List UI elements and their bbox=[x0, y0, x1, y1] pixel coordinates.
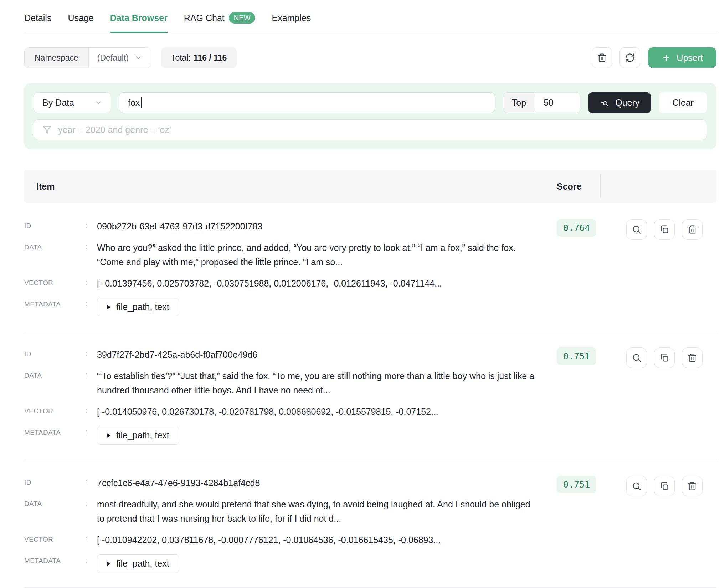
id-field: ID: 39d7f27f-2bd7-425a-ab6d-f0af700e49d6 bbox=[24, 347, 557, 362]
metadata-keys: file_path, text bbox=[116, 558, 169, 569]
total-value: 116 / 116 bbox=[194, 53, 227, 63]
score-cell: 0.751 bbox=[557, 476, 626, 573]
tab-data-browser[interactable]: Data Browser bbox=[110, 13, 168, 33]
data-field: DATA: Who are you?” asked the little pri… bbox=[24, 241, 557, 269]
vector-value: [ -0.010942202, 0.037811678, -0.00077761… bbox=[97, 533, 441, 547]
results-table: Item Score ID: 090b272b-63ef-4763-97d3-d… bbox=[24, 170, 716, 588]
copy-row-button[interactable] bbox=[654, 476, 675, 496]
search-value: fox bbox=[128, 98, 140, 108]
id-label: ID bbox=[24, 476, 86, 486]
upsert-label: Upsert bbox=[677, 53, 703, 63]
tab-usage[interactable]: Usage bbox=[68, 13, 93, 33]
metadata-label: METADATA bbox=[24, 426, 86, 437]
query-panel: By Data fox Top 50 Query Clear bbox=[24, 83, 716, 149]
expand-triangle-icon bbox=[107, 305, 110, 310]
metadata-expand-button[interactable]: file_path, text bbox=[97, 298, 179, 316]
table-header: Item Score bbox=[24, 170, 716, 203]
data-field: DATA: most dreadfully, and she would pre… bbox=[24, 497, 557, 526]
copy-row-button[interactable] bbox=[654, 219, 675, 240]
tab-details[interactable]: Details bbox=[24, 13, 51, 33]
chevron-down-icon bbox=[134, 54, 142, 62]
tab-rag-chat[interactable]: RAG Chat NEW bbox=[184, 12, 256, 33]
top-k-input[interactable]: 50 bbox=[535, 93, 580, 113]
upsert-button[interactable]: Upsert bbox=[648, 47, 716, 68]
filter-funnel-icon bbox=[42, 125, 52, 134]
list-search-icon bbox=[600, 98, 610, 108]
trash-icon bbox=[597, 53, 607, 63]
score-badge: 0.764 bbox=[557, 219, 596, 237]
toolbar: Namespace (Default) Total: 116 / 116 Ups… bbox=[24, 47, 716, 68]
row-actions bbox=[626, 219, 716, 316]
metadata-expand-button[interactable]: file_path, text bbox=[97, 554, 179, 573]
inspect-row-button[interactable] bbox=[626, 219, 647, 240]
data-value: Who are you?” asked the little prince, a… bbox=[97, 241, 535, 269]
inspect-row-button[interactable] bbox=[626, 347, 647, 368]
metadata-field: METADATA: file_path, text bbox=[24, 554, 557, 573]
top-label: Top bbox=[503, 93, 535, 113]
refresh-button[interactable] bbox=[619, 47, 640, 68]
metadata-label: METADATA bbox=[24, 298, 86, 308]
query-mode-select[interactable]: By Data bbox=[34, 92, 111, 113]
expand-triangle-icon bbox=[107, 561, 110, 566]
vector-label: VECTOR bbox=[24, 404, 86, 415]
id-value: 39d7f27f-2bd7-425a-ab6d-f0af700e49d6 bbox=[97, 347, 257, 362]
query-button-label: Query bbox=[615, 98, 639, 108]
namespace-dropdown[interactable]: (Default) bbox=[89, 48, 151, 68]
id-label: ID bbox=[24, 219, 86, 230]
refresh-icon bbox=[625, 53, 635, 63]
delete-row-button[interactable] bbox=[682, 219, 703, 240]
data-value: most dreadfully, and she would pretend t… bbox=[97, 497, 535, 526]
id-value: 090b272b-63ef-4763-97d3-d7152200f783 bbox=[97, 219, 262, 233]
vector-field: VECTOR: [ -0.010942202, 0.037811678, -0.… bbox=[24, 533, 557, 547]
id-field: ID: 7ccfc1c6-e4a7-47e6-9193-4284b1af4cd8 bbox=[24, 476, 557, 490]
data-label: DATA bbox=[24, 369, 86, 380]
clear-button[interactable]: Clear bbox=[659, 92, 707, 113]
delete-namespace-button[interactable] bbox=[592, 47, 612, 68]
search-icon bbox=[632, 353, 642, 363]
namespace-selector: Namespace (Default) bbox=[24, 47, 151, 68]
tab-examples[interactable]: Examples bbox=[272, 13, 311, 33]
tab-label: Examples bbox=[272, 13, 311, 23]
top-k-control: Top 50 bbox=[503, 92, 580, 113]
chevron-down-icon bbox=[94, 99, 102, 107]
vector-field: VECTOR: [ -0.014050976, 0.026730178, -0.… bbox=[24, 404, 557, 419]
search-input[interactable]: fox bbox=[119, 92, 495, 113]
metadata-expand-button[interactable]: file_path, text bbox=[97, 426, 179, 445]
query-button[interactable]: Query bbox=[588, 92, 651, 113]
vector-label: VECTOR bbox=[24, 276, 86, 287]
vector-field: VECTOR: [ -0.01397456, 0.025703782, -0.0… bbox=[24, 276, 557, 290]
tab-label: Usage bbox=[68, 13, 93, 23]
data-browser-page: Details Usage Data Browser RAG Chat NEW … bbox=[0, 0, 725, 588]
column-header-item: Item bbox=[24, 181, 557, 192]
id-field: ID: 090b272b-63ef-4763-97d3-d7152200f783 bbox=[24, 219, 557, 233]
copy-icon bbox=[659, 481, 669, 491]
text-caret bbox=[141, 97, 142, 108]
total-label: Total: bbox=[171, 53, 191, 63]
data-label: DATA bbox=[24, 241, 86, 251]
id-label: ID bbox=[24, 347, 86, 358]
delete-row-button[interactable] bbox=[682, 347, 703, 368]
query-mode-value: By Data bbox=[42, 98, 74, 108]
total-count: Total: 116 / 116 bbox=[161, 47, 237, 68]
tab-label: RAG Chat bbox=[184, 13, 225, 23]
vector-value: [ -0.014050976, 0.026730178, -0.02078179… bbox=[97, 404, 438, 419]
new-badge: NEW bbox=[229, 12, 256, 24]
search-icon bbox=[632, 225, 642, 234]
delete-row-button[interactable] bbox=[682, 476, 703, 496]
copy-row-button[interactable] bbox=[654, 347, 675, 368]
filter-input-wrapper bbox=[34, 119, 707, 140]
score-cell: 0.751 bbox=[557, 347, 626, 445]
vector-label: VECTOR bbox=[24, 533, 86, 543]
data-label: DATA bbox=[24, 497, 86, 508]
column-header-score: Score bbox=[557, 181, 626, 192]
vector-value: [ -0.01397456, 0.025703782, -0.030751988… bbox=[97, 276, 442, 290]
table-row: ID: 39d7f27f-2bd7-425a-ab6d-f0af700e49d6… bbox=[24, 331, 716, 459]
row-actions bbox=[626, 347, 716, 445]
tab-bar: Details Usage Data Browser RAG Chat NEW … bbox=[24, 0, 716, 33]
filter-input[interactable] bbox=[58, 125, 698, 135]
id-value: 7ccfc1c6-e4a7-47e6-9193-4284b1af4cd8 bbox=[97, 476, 260, 490]
inspect-row-button[interactable] bbox=[626, 476, 647, 496]
score-cell: 0.764 bbox=[557, 219, 626, 316]
metadata-field: METADATA: file_path, text bbox=[24, 298, 557, 316]
expand-triangle-icon bbox=[107, 433, 110, 438]
